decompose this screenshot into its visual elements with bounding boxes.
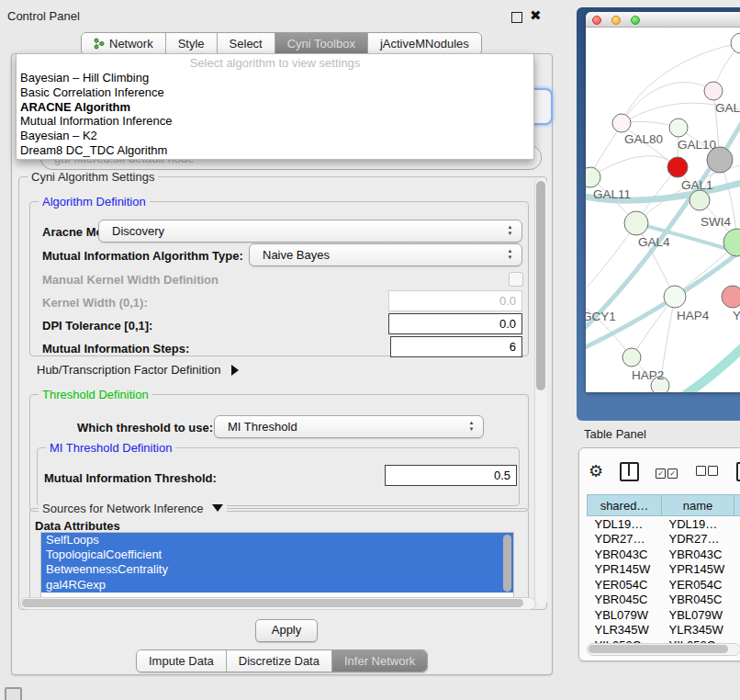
column-header-shared[interactable]: shared… — [588, 495, 662, 516]
table-cell: YDL19… — [662, 516, 734, 532]
zoom-traffic-light-icon[interactable] — [631, 16, 640, 25]
table-cell: YDR27… — [588, 532, 662, 548]
network-node[interactable] — [664, 286, 686, 308]
gear-icon[interactable]: ⚙ — [589, 462, 603, 480]
tab-infer-network[interactable]: Infer Network — [332, 650, 427, 672]
table-row[interactable]: YPR145WYPR145W9. — [588, 562, 740, 578]
mi-threshold-field[interactable]: 0.5 — [385, 465, 517, 486]
column-header-cut[interactable] — [734, 495, 740, 516]
mi-steps-label: Mutual Information Steps: — [42, 342, 189, 356]
tab-label: jActiveMNodules — [380, 37, 469, 51]
network-node[interactable] — [667, 157, 688, 177]
network-node[interactable] — [622, 348, 641, 367]
network-node[interactable] — [612, 114, 631, 132]
algorithm-item-bayesian-k2[interactable]: Bayesian – K2 — [17, 129, 533, 143]
network-node[interactable] — [731, 33, 740, 53]
settings-hscrollbar[interactable] — [20, 597, 536, 610]
hub-definition-label: Hub/Transcription Factor Definition — [37, 363, 220, 377]
table-cell: YLR345W — [588, 623, 662, 638]
algorithm-definition-title: Algorithm Definition — [39, 195, 150, 209]
network-window-titlebar[interactable] — [586, 12, 740, 28]
tab-impute-data[interactable]: Impute Data — [137, 650, 227, 672]
network-node[interactable] — [669, 119, 688, 137]
algorithm-items: Bayesian – Hill ClimbingBasic Correlatio… — [17, 71, 533, 158]
table-cell: YER054C — [662, 577, 734, 593]
dpi-tolerance-field[interactable]: 0.0 — [388, 313, 522, 334]
network-node[interactable] — [690, 190, 710, 210]
select-all-columns-icon[interactable]: ✓✓ — [656, 465, 679, 479]
apply-button[interactable]: Apply — [255, 619, 318, 642]
network-node[interactable] — [704, 82, 723, 100]
table-cell: YDL19… — [588, 516, 662, 532]
table-row[interactable]: YBR043CYBR043C — [588, 547, 740, 562]
tab-label: Network — [109, 37, 153, 51]
deselect-all-columns-icon[interactable] — [696, 465, 720, 479]
table-row[interactable]: YBL079WYBL079W — [588, 607, 740, 623]
algorithm-item-aracne-algorithm[interactable]: ARACNE Algorithm — [17, 100, 533, 115]
kernel-width-field[interactable]: 0.0 — [388, 290, 522, 311]
table-hscrollbar[interactable] — [587, 643, 740, 656]
minimized-panel-icon[interactable] — [5, 687, 22, 700]
table-cell — [734, 607, 740, 623]
column-header-name[interactable]: name — [662, 495, 734, 516]
expanded-arrow-icon[interactable] — [212, 504, 223, 512]
which-threshold-combo[interactable]: MI Threshold ▲▼ — [214, 415, 484, 438]
close-icon[interactable]: ✖ — [530, 7, 542, 24]
network-node[interactable] — [723, 229, 740, 256]
tab-network[interactable]: Network — [82, 33, 166, 54]
tab-cyni-toolbox[interactable]: Cyni Toolbox — [275, 33, 368, 54]
mi-type-combo[interactable]: Naive Bayes ▲▼ — [249, 243, 522, 266]
table-row[interactable]: YER054CYER054C8. — [588, 577, 740, 593]
algorithm-item-basic-correlation-inference[interactable]: Basic Correlation Inference — [17, 85, 533, 100]
tab-style[interactable]: Style — [166, 33, 218, 54]
control-panel-tabs: NetworkStyleSelectCyni ToolboxjActiveMNo… — [81, 32, 482, 55]
tab-select[interactable]: Select — [218, 33, 275, 54]
table-row[interactable]: YDL19…YDL19…13 — [588, 516, 740, 532]
aracne-mode-combo[interactable]: Discovery ▲▼ — [98, 220, 522, 243]
tab-discretize-data[interactable]: Discretize Data — [227, 650, 332, 672]
algorithm-item-dream8-dc-tdc-algorithm[interactable]: Dream8 DC_TDC Algorithm — [17, 143, 533, 158]
float-window-icon[interactable] — [511, 12, 522, 23]
table-row[interactable]: YLR345WYLR345W9. — [588, 623, 740, 638]
attr-items: SelfLoopsTopologicalCoefficientBetweenne… — [41, 533, 513, 593]
tab-label: Style — [178, 37, 205, 51]
mi-type-value: Naive Bayes — [263, 244, 330, 265]
manual-kernel-label: Manual Kernel Width Definition — [42, 273, 219, 287]
table-row[interactable]: YDR27…YDR27…12 — [588, 532, 740, 548]
node-label-gcy1: GCY1 — [586, 310, 616, 323]
hub-definition-toggle[interactable]: Hub/Transcription Factor Definition — [37, 363, 239, 377]
tab-label: Infer Network — [344, 654, 415, 668]
collapsed-arrow-icon — [231, 365, 239, 376]
data-attributes-list[interactable]: SelfLoopsTopologicalCoefficientBetweenne… — [40, 532, 514, 601]
settings-vscrollbar[interactable] — [534, 178, 547, 606]
settings-vscrollbar-thumb[interactable] — [536, 181, 545, 390]
table-body: YDL19…YDL19…13YDR27…YDR27…12YBR043CYBR04… — [588, 516, 740, 653]
network-window: GAL7GAL80GAL10GAL1GAL11SWI4GAL4GCY1HAP4Y… — [586, 12, 740, 392]
attribute-item-topologicalcoefficient[interactable]: TopologicalCoefficient — [41, 548, 513, 562]
tab-jactivemnodules[interactable]: jActiveMNodules — [368, 33, 481, 54]
close-traffic-light-icon[interactable] — [592, 16, 601, 25]
stepper-icon: ▲▼ — [506, 248, 514, 261]
table-hscrollbar-thumb[interactable] — [589, 645, 728, 653]
mi-steps-field[interactable]: 6 — [390, 336, 522, 357]
attribute-item-selfloops[interactable]: SelfLoops — [41, 533, 513, 548]
which-threshold-value: MI Threshold — [228, 416, 297, 437]
manual-kernel-checkbox[interactable] — [509, 272, 523, 287]
split-columns-icon[interactable] — [620, 462, 639, 481]
algorithm-item-mutual-information-inference[interactable]: Mutual Information Inference — [17, 114, 533, 129]
network-node[interactable] — [624, 211, 648, 235]
network-canvas[interactable]: GAL7GAL80GAL10GAL1GAL11SWI4GAL4GCY1HAP4Y… — [586, 28, 740, 392]
network-node[interactable] — [722, 286, 740, 308]
node-label-hap2: HAP2 — [632, 368, 664, 382]
attr-list-vscrollbar-thumb[interactable] — [503, 535, 511, 592]
settings-hscrollbar-thumb[interactable] — [22, 599, 523, 607]
table-row[interactable]: YBR045CYBR045C9. — [588, 593, 740, 608]
node-label-swi4: SWI4 — [701, 215, 731, 229]
algorithm-item-bayesian-hill-climbing[interactable]: Bayesian – Hill Climbing — [17, 71, 533, 85]
network-node-labels: GAL7GAL80GAL10GAL1GAL11SWI4GAL4GCY1HAP4Y… — [586, 101, 740, 382]
export-table-icon[interactable] — [736, 462, 740, 481]
attribute-item-gal4rgexp[interactable]: gal4RGexp — [41, 578, 513, 593]
attribute-item-betweennesscentrality[interactable]: BetweennessCentrality — [41, 562, 513, 577]
table-cell: 9. — [734, 623, 740, 638]
minimize-traffic-light-icon[interactable] — [611, 16, 621, 25]
